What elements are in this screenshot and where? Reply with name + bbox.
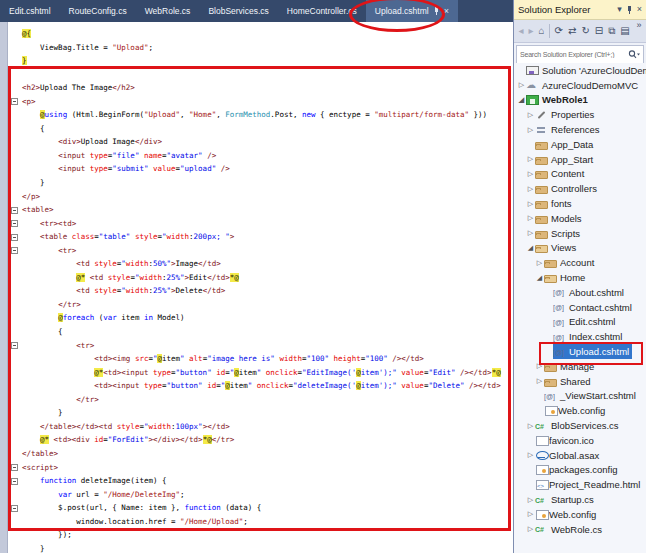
home-icon[interactable]: ⌂ [536,20,547,42]
tree-item-App_Data[interactable]: App_Data [514,137,646,152]
fold-toggle[interactable] [11,98,18,105]
search-box [516,45,644,64]
forward-icon[interactable]: ▸ [526,20,536,42]
csharp-icon [535,420,548,432]
tree-item-Views[interactable]: ◢Views [514,241,646,256]
collapse-all-icon[interactable]: ⊟ [592,20,605,42]
tree-item-Shared[interactable]: ▷Shared [514,374,646,389]
tree-item-References[interactable]: ▷References [514,122,646,137]
tree-item-Home[interactable]: ◢Home [514,270,646,285]
code-line: } [0,406,513,420]
tree-item-Contact.cshtml[interactable]: Contact.cshtml [514,300,646,315]
tree-item-label: WebRole1 [542,94,588,105]
tab-HomeController.cs[interactable]: HomeController.cs [278,0,366,22]
pin-icon[interactable] [433,6,440,16]
fold-toggle[interactable] [11,234,18,241]
tree-item-Manage[interactable]: ▷Manage [514,359,646,374]
chevron-down-icon[interactable]: ▾ [617,0,622,19]
tree-item-Web.config[interactable]: Web.config [514,403,646,418]
fold-toggle[interactable] [11,342,18,349]
collapse-arrow-icon[interactable]: ◢ [526,244,535,252]
fold-toggle[interactable] [11,247,18,254]
tab-label: WebRole.cs [145,0,191,22]
tree-item-Content[interactable]: ▷Content [514,167,646,182]
fold-toggle[interactable] [11,505,18,512]
close-icon[interactable]: × [637,0,642,19]
tree-item-Account[interactable]: ▷Account [514,255,646,270]
tree-item-Upload.cshtml[interactable]: Upload.cshtml [514,344,646,359]
tree-item-Web.config[interactable]: ▷Web.config [514,507,646,522]
tree-item-Properties[interactable]: ▷Properties [514,107,646,122]
tree-item-fonts[interactable]: ▷fonts [514,196,646,211]
expand-arrow-icon[interactable]: ▷ [526,214,535,222]
expand-arrow-icon[interactable]: ▷ [526,422,535,430]
refresh-icon[interactable]: ↻ [579,20,592,42]
code-line: var url = "/Home/DeleteImg"; [0,488,513,502]
code-line: </tr> [0,393,513,407]
tree-item-Edit.cshtml[interactable]: Edit.cshtml [514,315,646,330]
show-all-files-icon[interactable]: ⧉ [606,20,618,42]
toolbar-separator [549,24,550,38]
fold-toggle[interactable] [11,220,18,227]
expand-arrow-icon[interactable]: ▷ [535,377,544,385]
tree-item-Startup.cs[interactable]: ▷Startup.cs [514,492,646,507]
tree-item-label: Views [551,242,576,253]
properties-icon[interactable]: ▤ [618,20,632,42]
back-icon[interactable]: ◂ [516,20,526,42]
folder-icon [535,231,548,239]
pin-icon[interactable] [626,5,633,15]
code-editor[interactable]: @{ ViewBag.Title = "Upload";}<h2>Upload … [0,22,513,553]
tab-Edit.cshtml[interactable]: Edit.cshtml [0,0,60,22]
tree-item-_ViewStart.cshtml[interactable]: _ViewStart.cshtml [514,389,646,404]
expand-arrow-icon[interactable]: ▷ [526,111,535,119]
expand-arrow-icon[interactable]: ▷ [526,451,535,459]
expand-arrow-icon[interactable]: ▷ [526,126,535,134]
tree-item-Index.cshtml[interactable]: Index.cshtml [514,329,646,344]
close-icon[interactable]: × [444,0,449,22]
overflow-icon[interactable]: » [634,20,644,30]
tree-item-Project_Readme.html[interactable]: Project_Readme.html [514,477,646,492]
tab-WebRole.cs[interactable]: WebRole.cs [136,0,200,22]
expand-arrow-icon[interactable]: ▷ [535,259,544,267]
tree-item-label: WebRole.cs [551,524,602,535]
fold-toggle[interactable] [11,464,18,471]
tab-BlobServices.cs[interactable]: BlobServices.cs [199,0,277,22]
tree-item-Controllers[interactable]: ▷Controllers [514,181,646,196]
tree-item-BlobServices.cs[interactable]: ▷BlobServices.cs [514,418,646,433]
code-line: <td style="width:50%">Image</td> [0,257,513,271]
collapse-arrow-icon[interactable]: ◢ [535,274,544,282]
expand-arrow-icon[interactable]: ▷ [526,170,535,178]
tree-item-packages.config[interactable]: packages.config [514,463,646,478]
tree-item-AzureCloudDemoMVC[interactable]: ▷AzureCloudDemoMVC [514,78,646,93]
collapse-arrow-icon[interactable]: ◢ [517,96,526,104]
expand-arrow-icon[interactable]: ▷ [517,81,526,89]
expand-arrow-icon[interactable]: ▷ [526,155,535,163]
tree-item-App_Start[interactable]: ▷App_Start [514,152,646,167]
fold-toggle[interactable] [11,207,18,214]
tree-item-Models[interactable]: ▷Models [514,211,646,226]
code-line: @* <td><div id="ForEdit"></div></td>*@</… [0,433,513,447]
tree-item-WebRole1[interactable]: ◢WebRole1 [514,93,646,108]
sync-with-active-document-icon[interactable]: ⇄ [566,20,579,42]
fold-toggle[interactable] [11,478,18,485]
tree-item-About.cshtml[interactable]: About.cshtml [514,285,646,300]
expand-arrow-icon[interactable]: ▷ [526,200,535,208]
tab-Upload.cshtml[interactable]: Upload.cshtml× [366,0,458,22]
expand-arrow-icon[interactable]: ▷ [535,362,544,370]
expand-arrow-icon[interactable]: ▷ [526,496,535,504]
expand-arrow-icon[interactable]: ▷ [526,185,535,193]
code-line: function deleteImage(item) { [0,474,513,488]
search-icon[interactable] [627,49,643,60]
tree-item-Solution 'AzureCloudDemoMVC' (2[interactable]: Solution 'AzureCloudDemoMVC' (2 [514,63,646,78]
tree-item-WebRole.cs[interactable]: ▷WebRole.cs [514,522,646,537]
tree-item-favicon.ico[interactable]: favicon.ico [514,433,646,448]
switch-views-icon[interactable]: ⟳ [552,20,565,42]
expand-arrow-icon[interactable]: ▷ [526,229,535,237]
tree-item-Global.asax[interactable]: ▷Global.asax [514,448,646,463]
tree-item-Scripts[interactable]: ▷Scripts [514,226,646,241]
tree-item-label: BlobServices.cs [551,420,619,431]
tab-RouteConfig.cs[interactable]: RouteConfig.cs [60,0,136,22]
expand-arrow-icon[interactable]: ▷ [526,525,535,533]
search-input[interactable] [517,51,627,58]
expand-arrow-icon[interactable]: ▷ [526,510,535,518]
